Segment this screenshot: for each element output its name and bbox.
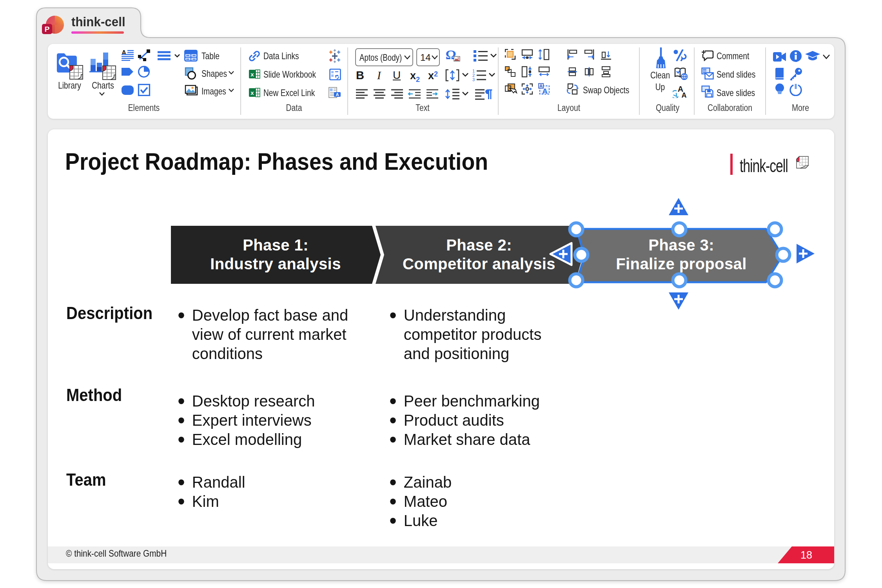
svg-text:Phase 2:: Phase 2: — [446, 236, 512, 254]
svg-text:Phase 1:: Phase 1: — [243, 236, 309, 254]
svg-text:Phase 3:: Phase 3: — [648, 236, 714, 254]
svg-text:Finalize proposal: Finalize proposal — [616, 255, 747, 272]
svg-text:Industry analysis: Industry analysis — [210, 255, 341, 272]
svg-text:Competitor analysis: Competitor analysis — [403, 255, 555, 272]
